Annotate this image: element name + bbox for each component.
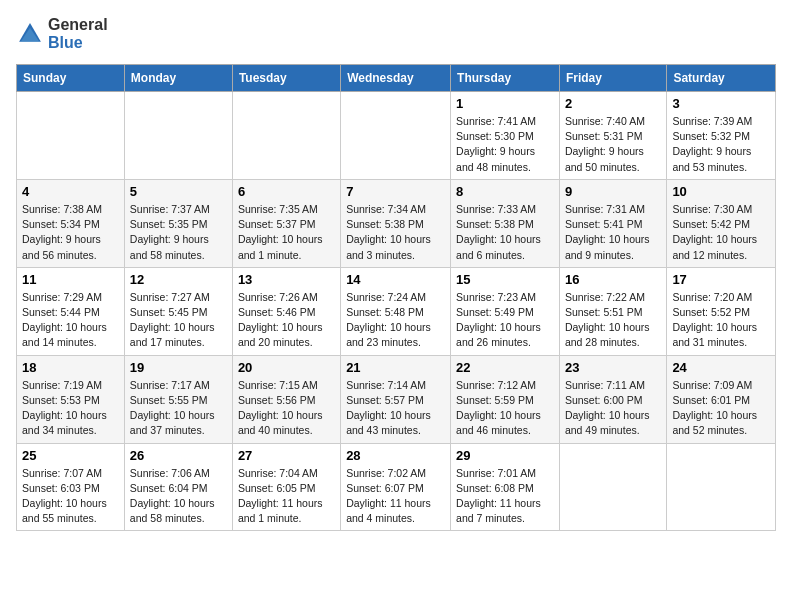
calendar-cell: 2Sunrise: 7:40 AM Sunset: 5:31 PM Daylig…: [559, 92, 666, 180]
day-number: 16: [565, 272, 661, 287]
calendar-cell: 23Sunrise: 7:11 AM Sunset: 6:00 PM Dayli…: [559, 355, 666, 443]
day-number: 17: [672, 272, 770, 287]
day-number: 12: [130, 272, 227, 287]
logo-line2: Blue: [48, 34, 108, 52]
day-number: 11: [22, 272, 119, 287]
day-number: 9: [565, 184, 661, 199]
header-day-tuesday: Tuesday: [232, 65, 340, 92]
day-number: 15: [456, 272, 554, 287]
header: General Blue: [16, 16, 776, 52]
calendar-cell: 13Sunrise: 7:26 AM Sunset: 5:46 PM Dayli…: [232, 267, 340, 355]
header-day-sunday: Sunday: [17, 65, 125, 92]
calendar-cell: [341, 92, 451, 180]
calendar-body: 1Sunrise: 7:41 AM Sunset: 5:30 PM Daylig…: [17, 92, 776, 531]
header-day-monday: Monday: [124, 65, 232, 92]
calendar-cell: 29Sunrise: 7:01 AM Sunset: 6:08 PM Dayli…: [451, 443, 560, 531]
calendar-cell: 3Sunrise: 7:39 AM Sunset: 5:32 PM Daylig…: [667, 92, 776, 180]
day-info: Sunrise: 7:19 AM Sunset: 5:53 PM Dayligh…: [22, 378, 119, 439]
logo-icon: [16, 20, 44, 48]
week-row-1: 4Sunrise: 7:38 AM Sunset: 5:34 PM Daylig…: [17, 179, 776, 267]
calendar-cell: 17Sunrise: 7:20 AM Sunset: 5:52 PM Dayli…: [667, 267, 776, 355]
day-info: Sunrise: 7:14 AM Sunset: 5:57 PM Dayligh…: [346, 378, 445, 439]
day-info: Sunrise: 7:35 AM Sunset: 5:37 PM Dayligh…: [238, 202, 335, 263]
calendar-cell: 5Sunrise: 7:37 AM Sunset: 5:35 PM Daylig…: [124, 179, 232, 267]
calendar-cell: 8Sunrise: 7:33 AM Sunset: 5:38 PM Daylig…: [451, 179, 560, 267]
day-info: Sunrise: 7:38 AM Sunset: 5:34 PM Dayligh…: [22, 202, 119, 263]
day-info: Sunrise: 7:17 AM Sunset: 5:55 PM Dayligh…: [130, 378, 227, 439]
day-number: 4: [22, 184, 119, 199]
calendar-cell: 11Sunrise: 7:29 AM Sunset: 5:44 PM Dayli…: [17, 267, 125, 355]
calendar-cell: 26Sunrise: 7:06 AM Sunset: 6:04 PM Dayli…: [124, 443, 232, 531]
day-number: 21: [346, 360, 445, 375]
calendar-cell: 24Sunrise: 7:09 AM Sunset: 6:01 PM Dayli…: [667, 355, 776, 443]
header-day-wednesday: Wednesday: [341, 65, 451, 92]
week-row-4: 25Sunrise: 7:07 AM Sunset: 6:03 PM Dayli…: [17, 443, 776, 531]
week-row-2: 11Sunrise: 7:29 AM Sunset: 5:44 PM Dayli…: [17, 267, 776, 355]
calendar-cell: 27Sunrise: 7:04 AM Sunset: 6:05 PM Dayli…: [232, 443, 340, 531]
day-number: 25: [22, 448, 119, 463]
day-info: Sunrise: 7:07 AM Sunset: 6:03 PM Dayligh…: [22, 466, 119, 527]
day-number: 1: [456, 96, 554, 111]
day-number: 27: [238, 448, 335, 463]
calendar-cell: 7Sunrise: 7:34 AM Sunset: 5:38 PM Daylig…: [341, 179, 451, 267]
day-number: 24: [672, 360, 770, 375]
day-info: Sunrise: 7:33 AM Sunset: 5:38 PM Dayligh…: [456, 202, 554, 263]
calendar-cell: 1Sunrise: 7:41 AM Sunset: 5:30 PM Daylig…: [451, 92, 560, 180]
day-number: 26: [130, 448, 227, 463]
day-info: Sunrise: 7:26 AM Sunset: 5:46 PM Dayligh…: [238, 290, 335, 351]
day-number: 20: [238, 360, 335, 375]
day-info: Sunrise: 7:37 AM Sunset: 5:35 PM Dayligh…: [130, 202, 227, 263]
calendar-cell: [232, 92, 340, 180]
day-number: 14: [346, 272, 445, 287]
calendar-cell: [17, 92, 125, 180]
day-info: Sunrise: 7:22 AM Sunset: 5:51 PM Dayligh…: [565, 290, 661, 351]
day-number: 18: [22, 360, 119, 375]
day-info: Sunrise: 7:40 AM Sunset: 5:31 PM Dayligh…: [565, 114, 661, 175]
calendar-cell: 9Sunrise: 7:31 AM Sunset: 5:41 PM Daylig…: [559, 179, 666, 267]
calendar-cell: 28Sunrise: 7:02 AM Sunset: 6:07 PM Dayli…: [341, 443, 451, 531]
day-number: 10: [672, 184, 770, 199]
day-info: Sunrise: 7:24 AM Sunset: 5:48 PM Dayligh…: [346, 290, 445, 351]
calendar-cell: 21Sunrise: 7:14 AM Sunset: 5:57 PM Dayli…: [341, 355, 451, 443]
calendar-cell: 15Sunrise: 7:23 AM Sunset: 5:49 PM Dayli…: [451, 267, 560, 355]
day-number: 19: [130, 360, 227, 375]
calendar-cell: [667, 443, 776, 531]
logo-line1: General: [48, 16, 108, 34]
day-number: 23: [565, 360, 661, 375]
day-number: 7: [346, 184, 445, 199]
day-number: 2: [565, 96, 661, 111]
header-day-thursday: Thursday: [451, 65, 560, 92]
calendar-cell: 10Sunrise: 7:30 AM Sunset: 5:42 PM Dayli…: [667, 179, 776, 267]
day-info: Sunrise: 7:02 AM Sunset: 6:07 PM Dayligh…: [346, 466, 445, 527]
day-info: Sunrise: 7:04 AM Sunset: 6:05 PM Dayligh…: [238, 466, 335, 527]
day-number: 5: [130, 184, 227, 199]
day-number: 13: [238, 272, 335, 287]
calendar-header: SundayMondayTuesdayWednesdayThursdayFrid…: [17, 65, 776, 92]
day-info: Sunrise: 7:27 AM Sunset: 5:45 PM Dayligh…: [130, 290, 227, 351]
calendar-cell: 25Sunrise: 7:07 AM Sunset: 6:03 PM Dayli…: [17, 443, 125, 531]
calendar-cell: 18Sunrise: 7:19 AM Sunset: 5:53 PM Dayli…: [17, 355, 125, 443]
day-info: Sunrise: 7:01 AM Sunset: 6:08 PM Dayligh…: [456, 466, 554, 527]
week-row-0: 1Sunrise: 7:41 AM Sunset: 5:30 PM Daylig…: [17, 92, 776, 180]
calendar-cell: 6Sunrise: 7:35 AM Sunset: 5:37 PM Daylig…: [232, 179, 340, 267]
calendar-cell: 22Sunrise: 7:12 AM Sunset: 5:59 PM Dayli…: [451, 355, 560, 443]
day-number: 3: [672, 96, 770, 111]
day-info: Sunrise: 7:06 AM Sunset: 6:04 PM Dayligh…: [130, 466, 227, 527]
calendar-cell: 19Sunrise: 7:17 AM Sunset: 5:55 PM Dayli…: [124, 355, 232, 443]
day-info: Sunrise: 7:09 AM Sunset: 6:01 PM Dayligh…: [672, 378, 770, 439]
day-info: Sunrise: 7:29 AM Sunset: 5:44 PM Dayligh…: [22, 290, 119, 351]
day-number: 22: [456, 360, 554, 375]
day-number: 28: [346, 448, 445, 463]
day-info: Sunrise: 7:30 AM Sunset: 5:42 PM Dayligh…: [672, 202, 770, 263]
week-row-3: 18Sunrise: 7:19 AM Sunset: 5:53 PM Dayli…: [17, 355, 776, 443]
calendar-cell: 20Sunrise: 7:15 AM Sunset: 5:56 PM Dayli…: [232, 355, 340, 443]
day-info: Sunrise: 7:41 AM Sunset: 5:30 PM Dayligh…: [456, 114, 554, 175]
day-number: 8: [456, 184, 554, 199]
header-day-saturday: Saturday: [667, 65, 776, 92]
calendar-cell: 16Sunrise: 7:22 AM Sunset: 5:51 PM Dayli…: [559, 267, 666, 355]
day-info: Sunrise: 7:15 AM Sunset: 5:56 PM Dayligh…: [238, 378, 335, 439]
header-day-friday: Friday: [559, 65, 666, 92]
day-info: Sunrise: 7:11 AM Sunset: 6:00 PM Dayligh…: [565, 378, 661, 439]
calendar-cell: 4Sunrise: 7:38 AM Sunset: 5:34 PM Daylig…: [17, 179, 125, 267]
calendar-cell: [559, 443, 666, 531]
